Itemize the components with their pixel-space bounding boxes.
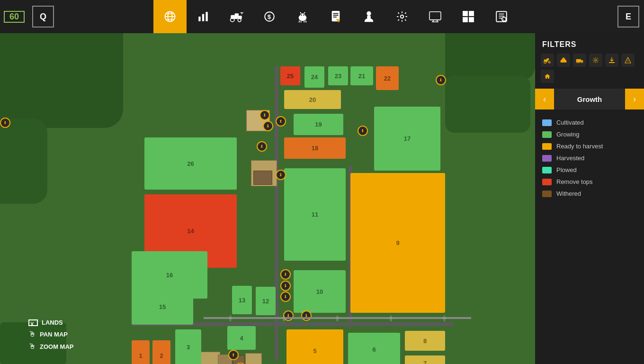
field-6: 6 [348, 333, 400, 364]
svg-point-11 [238, 18, 241, 22]
field-7: 7 [405, 355, 445, 364]
svg-rect-42 [469, 17, 474, 22]
forest-nw [0, 33, 123, 128]
map-area[interactable]: 1234567891011121314151617181920212223242… [0, 33, 535, 364]
svg-rect-50 [546, 58, 549, 60]
svg-rect-6 [202, 14, 204, 21]
field-13: 13 [232, 286, 252, 314]
field-21: 21 [350, 66, 373, 85]
legend-zoom: 🖱 ZOOM MAP [28, 342, 74, 351]
map-icon-9[interactable]: ⬇ [280, 281, 291, 291]
field-24: 24 [304, 66, 324, 88]
field-16: 16 [132, 251, 207, 299]
map-icon-8[interactable]: ⬇ [280, 269, 291, 280]
tab-hud[interactable] [419, 0, 452, 33]
map-icon-7[interactable]: ⬆ [358, 126, 368, 136]
legend-color-ready-to-harvest [542, 143, 552, 150]
tab-help[interactable]: i [485, 0, 518, 33]
legend-color-plowed [542, 167, 552, 173]
legend-row-ready-to-harvest: Ready to harvest [535, 140, 644, 152]
svg-rect-29 [333, 15, 338, 16]
svg-rect-55 [563, 57, 564, 59]
filter-icon-download[interactable] [605, 54, 618, 67]
topbar-icons: $ [54, 0, 617, 33]
legend-color-cultivated [542, 119, 552, 126]
tab-animals[interactable] [286, 0, 319, 33]
e-button[interactable]: E [617, 6, 639, 27]
svg-rect-33 [367, 16, 370, 19]
q-button[interactable]: Q [32, 6, 54, 27]
legend-row-cultivated: Cultivated [535, 117, 644, 128]
tab-stats[interactable] [187, 0, 220, 33]
svg-text:$: $ [268, 13, 271, 20]
field-4: 4 [227, 326, 256, 350]
field-5: 5 [286, 329, 343, 364]
legend-row-harvested: Harvested [535, 152, 644, 164]
filter-icon-gear[interactable] [589, 54, 602, 67]
pan-icon: 🖱 [28, 330, 36, 338]
filter-icon-construction[interactable] [557, 54, 570, 67]
filter-icons-row: ! [535, 54, 644, 89]
legend-color-withered [542, 191, 552, 197]
svg-rect-62 [609, 62, 615, 63]
map-icon-5[interactable]: ⬇ [276, 170, 286, 180]
legend-color-growing [542, 131, 552, 138]
legend-row-plowed: Plowed [535, 164, 644, 176]
filter-icon-warning[interactable]: ! [621, 54, 635, 67]
field-2: 2 [152, 340, 170, 364]
tab-finances[interactable]: $ [253, 0, 286, 33]
tab-map[interactable] [153, 0, 187, 33]
svg-line-19 [299, 20, 300, 22]
legend-items: CultivatedGrowingReady to harvestHarvest… [535, 117, 644, 200]
map-icon-3[interactable]: ⬆ [276, 116, 286, 127]
right-panel: FILTERS ! ‹ Growth › CultivatedGrowingRe… [535, 33, 644, 364]
tab-contracts[interactable] [319, 0, 352, 33]
svg-rect-40 [469, 11, 474, 16]
map-icon-2[interactable]: ⬇ [263, 121, 273, 131]
legend-text-growing: Growing [556, 131, 579, 138]
filter-icon-home[interactable] [541, 70, 554, 83]
svg-point-61 [595, 59, 597, 61]
svg-text:!: ! [627, 59, 628, 63]
field-25: 25 [280, 66, 300, 85]
legend-lands: X LANDS [28, 319, 74, 326]
filter-icon-truck[interactable] [573, 54, 586, 67]
map-icon-4[interactable]: ⬇ [257, 141, 267, 152]
map-icon-13[interactable]: ⬇ [301, 310, 312, 321]
tab-production[interactable] [452, 0, 485, 33]
svg-rect-7 [206, 12, 207, 21]
filter-prev-button[interactable]: ‹ [535, 89, 554, 109]
legend-text-remove-tops: Remove tops [556, 178, 593, 185]
legend-text-harvested: Harvested [556, 155, 584, 162]
forest-e [445, 76, 530, 133]
lands-label: LANDS [42, 319, 63, 326]
legend-pan: 🖱 PAN MAP [28, 330, 74, 338]
field-26: 26 [144, 137, 237, 190]
forest-w [0, 118, 47, 204]
svg-point-18 [300, 13, 305, 17]
map-icon-10[interactable]: ⬇ [280, 291, 291, 302]
tab-player[interactable] [352, 0, 385, 33]
filter-nav: ‹ Growth › [535, 89, 644, 109]
map-icon-14[interactable]: ⬆ [228, 350, 239, 360]
tab-vehicles[interactable] [220, 0, 253, 33]
legend-text-cultivated: Cultivated [556, 119, 584, 126]
field-1: 1 [132, 340, 150, 364]
farm-building-2 [253, 171, 272, 185]
field-19: 19 [294, 114, 343, 135]
tab-settings[interactable] [385, 0, 419, 33]
map-icon-11[interactable]: ⬇ [436, 75, 446, 85]
legend-row-withered: Withered [535, 188, 644, 200]
filter-nav-label: Growth [554, 95, 625, 103]
svg-line-25 [300, 12, 301, 14]
field-3: 3 [175, 329, 201, 364]
svg-rect-30 [333, 17, 336, 18]
filter-icon-tractor[interactable] [541, 54, 554, 67]
map-icon-6[interactable]: ⬆ [0, 118, 10, 128]
field-20: 20 [284, 90, 341, 109]
map-icon-1[interactable]: ⬇ [259, 110, 270, 120]
filter-next-button[interactable]: › [625, 89, 644, 109]
svg-rect-41 [463, 17, 468, 22]
svg-rect-5 [198, 17, 200, 21]
field-22: 22 [376, 66, 399, 90]
